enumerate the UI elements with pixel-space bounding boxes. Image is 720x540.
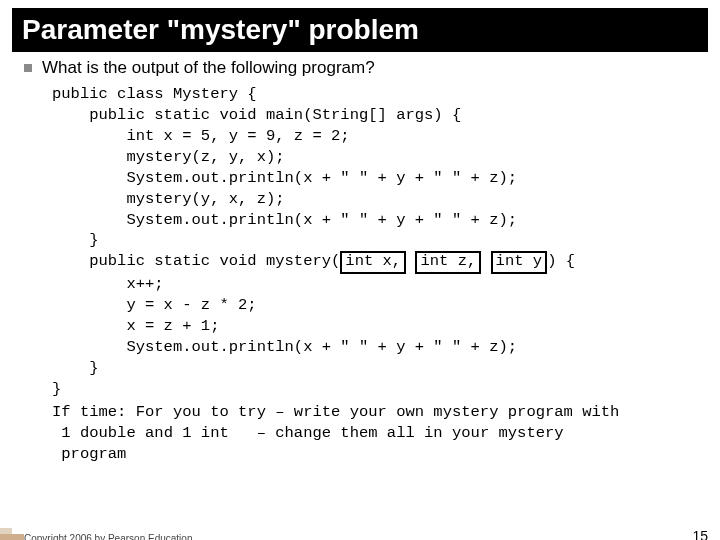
slide: Parameter "mystery" problem What is the … — [0, 8, 720, 540]
code-line: public static void main(String[] args) { — [52, 106, 461, 124]
code-line: } — [52, 380, 61, 398]
slide-title: Parameter "mystery" problem — [22, 14, 698, 46]
code-text — [406, 252, 415, 270]
code-line: x = z + 1; — [52, 317, 219, 335]
code-line: System.out.println(x + " " + y + " " + z… — [52, 169, 517, 187]
bullet-icon — [24, 64, 32, 72]
title-bar: Parameter "mystery" problem — [12, 8, 708, 52]
code-line: y = x - z * 2; — [52, 296, 257, 314]
if-time-note: If time: For you to try – write your own… — [52, 402, 696, 465]
code-line: x++; — [52, 275, 164, 293]
code-line: mystery(z, y, x); — [52, 148, 285, 166]
code-block: public class Mystery { public static voi… — [52, 84, 696, 400]
copyright-text: Copyright 2006 by Pearson Education — [24, 533, 192, 540]
question-text: What is the output of the following prog… — [42, 58, 375, 78]
code-line: int x = 5, y = 9, z = 2; — [52, 127, 350, 145]
param-box-x: int x, — [340, 251, 406, 274]
code-text: ) { — [547, 252, 575, 270]
code-line: System.out.println(x + " " + y + " " + z… — [52, 211, 517, 229]
code-line: public static void mystery( — [52, 252, 340, 270]
page-number: 15 — [692, 528, 708, 540]
content-area: What is the output of the following prog… — [0, 58, 720, 465]
code-line: public class Mystery { — [52, 85, 257, 103]
param-box-y: int y — [491, 251, 548, 274]
code-text — [481, 252, 490, 270]
param-box-z: int z, — [415, 251, 481, 274]
question-line: What is the output of the following prog… — [24, 58, 696, 78]
code-line: } — [52, 231, 99, 249]
code-line: } — [52, 359, 99, 377]
code-line: mystery(y, x, z); — [52, 190, 285, 208]
code-line: System.out.println(x + " " + y + " " + z… — [52, 338, 517, 356]
footer: Copyright 2006 by Pearson Education 15 — [24, 528, 708, 540]
